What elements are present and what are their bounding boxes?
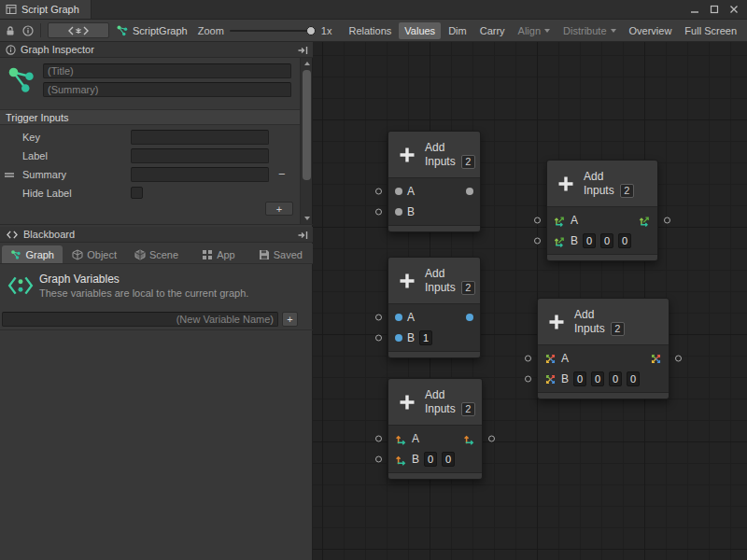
graph-inspector-header[interactable]: Graph Inspector — [0, 42, 313, 58]
value-field-z[interactable]: 0 — [609, 371, 622, 386]
dim-button[interactable]: Dim — [443, 22, 472, 39]
graph-variables-description: These variables are local to the current… — [39, 287, 248, 299]
input-port-b[interactable] — [375, 335, 382, 342]
toolbar-separator — [40, 23, 41, 37]
asset-selector-button[interactable] — [48, 22, 109, 38]
input-count-badge[interactable]: 2 — [461, 402, 475, 416]
info-icon — [6, 45, 16, 55]
drag-handle-icon[interactable] — [5, 173, 14, 177]
output-port[interactable] — [488, 436, 495, 442]
value-field-x[interactable]: 0 — [424, 452, 437, 467]
distribute-dropdown[interactable]: Distribute — [557, 22, 621, 39]
node-header[interactable]: Add Inputs2 — [388, 132, 480, 178]
node-add-inputs-vector2[interactable]: Add Inputs2 A — [388, 378, 483, 480]
key-row: Key — [0, 129, 300, 146]
new-variable-input[interactable] — [2, 312, 278, 327]
input-count-badge[interactable]: 2 — [461, 155, 475, 169]
node-add-inputs-1[interactable]: Add Inputs2 A B — [388, 131, 481, 232]
value-field-x[interactable]: 0 — [583, 233, 596, 248]
zoom-slider[interactable] — [230, 25, 316, 36]
input-port-b[interactable] — [525, 376, 531, 383]
graph-canvas[interactable]: Add Inputs2 A B — [313, 42, 747, 560]
node-title-line1: Add — [574, 308, 625, 322]
tab-saved[interactable]: Saved — [250, 245, 311, 263]
dock-icon[interactable] — [297, 230, 308, 241]
lock-icon[interactable] — [5, 25, 16, 36]
node-add-inputs-float[interactable]: Add Inputs2 A B 1 — [388, 257, 481, 358]
info-icon[interactable] — [22, 25, 34, 36]
remove-item-button[interactable]: − — [278, 167, 286, 181]
tab-graph-label: Graph — [25, 249, 54, 260]
window-tab-title: Script Graph — [21, 4, 79, 15]
value-field-z[interactable]: 0 — [618, 233, 631, 248]
dock-icon[interactable] — [297, 45, 308, 56]
relations-label: Relations — [348, 25, 391, 36]
node-add-inputs-vector4[interactable]: Add Inputs2 A — [537, 298, 669, 399]
float-type-icon — [395, 334, 402, 342]
input-port-b[interactable] — [375, 209, 382, 216]
tab-graph[interactable]: Graph — [2, 245, 63, 263]
label-input[interactable] — [131, 148, 269, 163]
output-port[interactable] — [675, 356, 682, 362]
input-port-b[interactable] — [534, 238, 541, 245]
output-port[interactable] — [664, 217, 670, 224]
zoom-slider-handle[interactable] — [306, 26, 316, 35]
input-port-a[interactable] — [534, 217, 541, 224]
blackboard-header[interactable]: Blackboard — [0, 227, 313, 243]
add-variable-button[interactable]: + — [282, 312, 298, 327]
overview-button[interactable]: Overview — [624, 22, 678, 39]
node-header[interactable]: Add Inputs2 — [388, 379, 482, 426]
scroll-up-arrow-icon[interactable] — [301, 58, 313, 69]
value-field-y[interactable]: 0 — [600, 233, 613, 248]
port-label: A — [407, 185, 415, 198]
node-header[interactable]: Add Inputs2 — [547, 161, 657, 207]
key-input[interactable] — [131, 130, 269, 145]
node-header[interactable]: Add Inputs2 — [538, 299, 669, 345]
relations-button[interactable]: Relations — [343, 22, 397, 39]
value-field-y[interactable]: 0 — [591, 371, 604, 386]
value-field-x[interactable]: 0 — [573, 371, 586, 386]
tab-scene[interactable]: Scene — [126, 245, 187, 263]
values-button[interactable]: Values — [399, 22, 441, 39]
maximize-icon[interactable] — [710, 5, 719, 14]
tab-scene-label: Scene — [149, 249, 178, 260]
node-footer — [388, 225, 480, 231]
script-graph-asset-icon — [67, 25, 90, 36]
node-add-inputs-vector3[interactable]: Add Inputs2 A — [546, 160, 658, 261]
full-screen-button[interactable]: Full Screen — [679, 22, 742, 39]
tab-app[interactable]: App — [188, 245, 248, 263]
cube-icon — [72, 249, 83, 260]
graph-breadcrumb[interactable]: ScriptGraph — [116, 24, 188, 37]
scroll-down-arrow-icon[interactable] — [301, 213, 313, 224]
node-title-line1: Add — [425, 267, 475, 281]
hide-label-checkbox[interactable] — [131, 187, 143, 199]
value-field[interactable]: 1 — [419, 330, 432, 345]
input-port-a[interactable] — [525, 356, 531, 362]
align-dropdown[interactable]: Align — [513, 22, 556, 39]
graph-title-input[interactable] — [43, 63, 291, 78]
input-port-a[interactable] — [375, 189, 382, 195]
value-field-y[interactable]: 0 — [442, 452, 455, 467]
graph-summary-input[interactable] — [43, 82, 291, 97]
scrollbar-thumb[interactable] — [303, 70, 311, 180]
input-count-badge[interactable]: 2 — [611, 322, 625, 336]
plus-icon — [557, 175, 575, 193]
input-count-badge[interactable]: 2 — [620, 184, 634, 198]
input-port-b[interactable] — [375, 456, 382, 463]
input-port-a[interactable] — [375, 315, 382, 321]
node-header[interactable]: Add Inputs2 — [388, 258, 480, 304]
carry-button[interactable]: Carry — [474, 22, 511, 39]
value-field-w[interactable]: 0 — [627, 371, 640, 386]
minimize-icon[interactable] — [690, 5, 699, 14]
tab-object[interactable]: Object — [63, 245, 124, 263]
zoom-label: Zoom — [198, 25, 224, 36]
new-variable-row: + — [0, 310, 313, 330]
input-count-badge[interactable]: 2 — [461, 281, 475, 295]
add-item-button[interactable]: + — [265, 202, 293, 216]
input-port-a[interactable] — [375, 436, 382, 442]
distribute-label: Distribute — [563, 25, 606, 36]
close-icon[interactable] — [729, 5, 739, 14]
window-tab-script-graph[interactable]: Script Graph — [0, 0, 92, 19]
summary-input[interactable] — [131, 167, 269, 182]
inspector-scrollbar[interactable] — [300, 58, 312, 224]
